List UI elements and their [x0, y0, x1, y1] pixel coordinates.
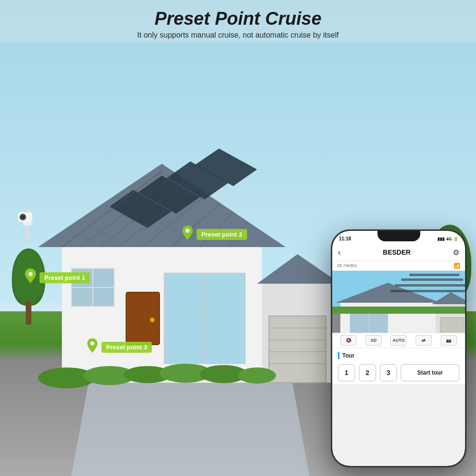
- sd-label: SD: [371, 338, 377, 343]
- tour-buttons-row[interactable]: 1 2 3 Start tour: [338, 364, 459, 381]
- app-nav-bar: ‹ BESDER ⚙: [332, 244, 465, 261]
- svg-rect-50: [390, 290, 465, 292]
- svg-rect-56: [440, 317, 464, 333]
- svg-rect-51: [395, 284, 465, 287]
- page-title: Preset Point Cruise: [10, 9, 466, 29]
- speed-bar: 28.74KB/s 📶: [332, 261, 465, 271]
- status-icons: ▮▮▮ 4G 🔋: [437, 237, 458, 241]
- battery-icon: 🔋: [453, 237, 458, 241]
- svg-point-18: [150, 317, 155, 322]
- tour-label-row: Tour: [338, 352, 459, 359]
- auto-button[interactable]: AUTO: [390, 335, 407, 346]
- tour-section: Tour 1 2 3 Start tour: [332, 348, 465, 384]
- page-subtitle: It only supports manual cruise, not auto…: [10, 31, 466, 40]
- app-title: BESDER: [383, 248, 410, 256]
- preset-marker-3: Preset point 3: [86, 337, 152, 354]
- tour-heading: Tour: [342, 352, 355, 359]
- sd-button[interactable]: SD: [366, 335, 382, 346]
- preset-marker-1: Preset point 1: [24, 268, 90, 284]
- scene-container: Preset point 1 Preset point 2 Preset poi…: [0, 43, 476, 476]
- tour-button-3[interactable]: 3: [380, 364, 397, 381]
- auto-label: AUTO: [393, 338, 405, 343]
- tour-button-2[interactable]: 2: [359, 364, 376, 381]
- tour-accent-bar: [338, 352, 339, 359]
- preset-label-1: Preset point 1: [40, 272, 90, 283]
- page-wrapper: Preset Point Cruise It only supports man…: [0, 0, 476, 476]
- svg-point-39: [21, 215, 25, 219]
- download-speed: 28.74KB/s: [337, 263, 357, 268]
- phone-screen: 11:18 ▮▮▮ 4G 🔋 ‹ BESDER ⚙ 28.74KB/s: [332, 231, 465, 466]
- settings-gear-icon[interactable]: ⚙: [453, 248, 459, 257]
- wifi-icon: 📶: [454, 263, 460, 269]
- preset-marker-2: Preset point 2: [181, 225, 247, 241]
- photo-button[interactable]: 📷: [441, 335, 457, 346]
- svg-marker-23: [257, 254, 333, 284]
- status-time: 11:18: [339, 236, 351, 241]
- security-camera: [14, 208, 40, 234]
- svg-rect-35: [26, 224, 29, 241]
- svg-point-41: [28, 208, 30, 209]
- svg-point-45: [90, 341, 95, 346]
- svg-point-43: [29, 272, 33, 276]
- svg-point-44: [186, 228, 190, 233]
- signal-bars-icon: ▮▮▮: [437, 237, 445, 241]
- mute-button[interactable]: 🔇: [340, 335, 357, 346]
- svg-rect-53: [409, 274, 459, 276]
- header: Preset Point Cruise It only supports man…: [0, 0, 476, 44]
- start-tour-button[interactable]: Start tour: [401, 364, 459, 381]
- phone-mockup: 11:18 ▮▮▮ 4G 🔋 ‹ BESDER ⚙ 28.74KB/s: [331, 229, 466, 467]
- back-button[interactable]: ‹: [338, 248, 341, 258]
- camera-live-view: [332, 271, 465, 333]
- mute-icon: 🔇: [346, 338, 351, 343]
- preset-label-3: Preset point 3: [101, 342, 152, 353]
- tour-button-1[interactable]: 1: [338, 364, 355, 381]
- preset-label-2: Preset point 2: [197, 229, 247, 240]
- svg-point-34: [238, 367, 276, 384]
- controls-row: 🔇 SD AUTO ⇄ 📷: [332, 333, 465, 348]
- svg-rect-59: [332, 307, 465, 314]
- svg-rect-17: [126, 292, 159, 345]
- house-illustration: [24, 138, 333, 389]
- start-tour-label: Start tour: [417, 369, 443, 376]
- network-type: 4G: [446, 237, 452, 241]
- share-icon: ⇄: [422, 338, 426, 343]
- svg-rect-24: [269, 316, 326, 383]
- svg-rect-52: [401, 278, 463, 281]
- phone-notch: [377, 231, 420, 241]
- share-button[interactable]: ⇄: [416, 335, 432, 346]
- photo-icon: 📷: [446, 338, 451, 343]
